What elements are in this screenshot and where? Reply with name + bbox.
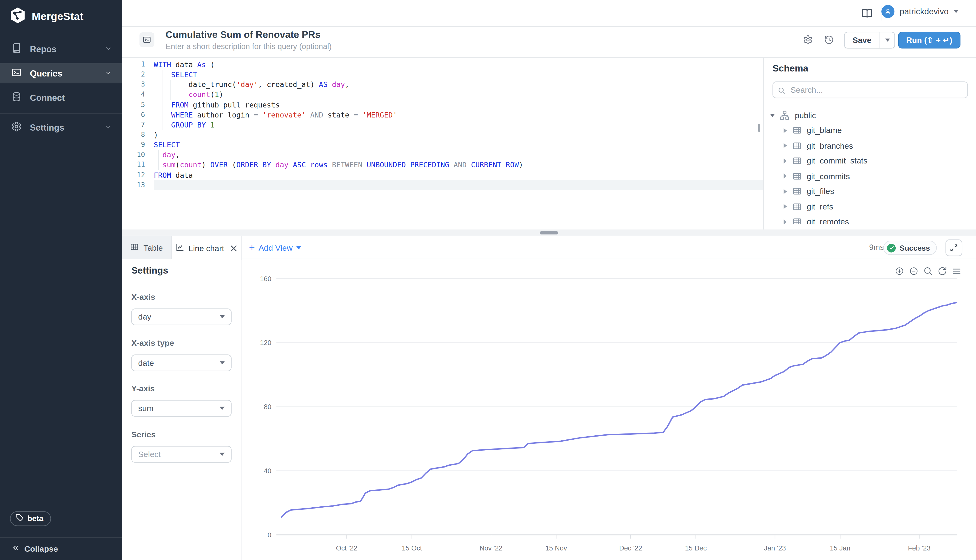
chevron-down-icon bbox=[104, 122, 112, 132]
table-icon bbox=[792, 156, 802, 166]
code-text: SELECT bbox=[154, 140, 763, 150]
query-description-input[interactable]: Enter a short description for this query… bbox=[165, 42, 331, 51]
schema-table-row[interactable]: git_commit_stats bbox=[764, 153, 976, 168]
select-value: day bbox=[138, 312, 151, 322]
x-axis-type-select[interactable]: date bbox=[131, 355, 232, 371]
x-axis-select[interactable]: day bbox=[131, 308, 232, 325]
x-tick-label: 15 Dec bbox=[685, 544, 707, 552]
zoom-select-icon[interactable] bbox=[923, 266, 933, 276]
brand[interactable]: MergeStat bbox=[9, 7, 84, 26]
sidebar-item-label: Repos bbox=[30, 44, 104, 54]
chevron-down-icon bbox=[954, 10, 959, 13]
schema-table-row[interactable]: git_files bbox=[764, 184, 976, 199]
sidebar-item-settings[interactable]: Settings bbox=[0, 117, 122, 138]
sidebar-item-label: Queries bbox=[30, 68, 104, 78]
x-axis-label: X-axis bbox=[131, 292, 155, 302]
zoom-in-icon[interactable] bbox=[894, 266, 904, 276]
query-title-input[interactable]: Cumulative Sum of Renovate PRs bbox=[165, 29, 321, 40]
brand-name: MergeStat bbox=[32, 10, 84, 23]
code-line[interactable]: 7 GROUP BY 1 bbox=[122, 120, 763, 130]
schema-node-label: public bbox=[795, 110, 816, 120]
schema-table-row[interactable]: git_remotes bbox=[764, 214, 976, 224]
code-line[interactable]: 11 sum(count) OVER (ORDER BY day ASC row… bbox=[122, 160, 763, 170]
x-axis-type-label: X-axis type bbox=[131, 338, 174, 348]
line-number: 3 bbox=[122, 80, 154, 90]
code-text bbox=[154, 180, 763, 190]
code-line[interactable]: 10 day, bbox=[122, 150, 763, 160]
select-value: Select bbox=[138, 450, 160, 459]
line-chart: 04080120160Oct '2215 OctNov '2215 NovDec… bbox=[242, 259, 976, 560]
sidebar-item-queries[interactable]: Queries bbox=[0, 63, 122, 83]
code-line[interactable]: 3 date_trunc('day', created_at) AS day, bbox=[122, 80, 763, 90]
series-line bbox=[281, 303, 956, 517]
restore-icon[interactable] bbox=[938, 266, 948, 276]
code-text: FROM data bbox=[154, 170, 763, 180]
editor-scrollbar[interactable] bbox=[758, 124, 760, 132]
run-button[interactable]: Run (⇧ + ↵) bbox=[898, 32, 960, 48]
zoom-out-icon[interactable] bbox=[909, 266, 919, 276]
series-label: Series bbox=[131, 430, 156, 439]
chevron-down-icon bbox=[296, 246, 301, 249]
menu-icon[interactable] bbox=[952, 266, 962, 276]
tag-icon bbox=[15, 514, 23, 524]
save-button[interactable]: Save bbox=[844, 32, 895, 48]
status-label: Success bbox=[900, 243, 930, 252]
settings-heading: Settings bbox=[131, 265, 168, 275]
sql-editor[interactable]: 1WITH data As (2 SELECT3 date_trunc('day… bbox=[122, 58, 763, 230]
series-select[interactable]: Select bbox=[131, 446, 232, 463]
tab-table[interactable]: Table bbox=[122, 237, 172, 260]
mergestat-app: MergeStat Repos Queries Connect Settings… bbox=[0, 0, 976, 560]
sidebar-item-label: Settings bbox=[30, 122, 104, 132]
line-number: 11 bbox=[122, 160, 154, 170]
close-tab-icon[interactable] bbox=[231, 245, 237, 252]
beta-badge: beta bbox=[10, 511, 51, 526]
table-icon bbox=[792, 141, 802, 150]
fullscreen-expand-button[interactable] bbox=[946, 240, 962, 256]
schema-heading: Schema bbox=[772, 63, 808, 73]
add-view-button[interactable]: + Add View bbox=[249, 237, 301, 260]
schema-node-public[interactable]: public bbox=[764, 107, 976, 123]
resize-drag-handle[interactable] bbox=[540, 232, 558, 235]
y-axis-select[interactable]: sum bbox=[131, 400, 232, 417]
avatar bbox=[882, 5, 895, 18]
schema-table-row[interactable]: git_blame bbox=[764, 123, 976, 138]
select-value: sum bbox=[138, 404, 153, 413]
code-line[interactable]: 8) bbox=[122, 130, 763, 140]
code-line[interactable]: 13 bbox=[122, 180, 763, 190]
sidebar-item-repos[interactable]: Repos bbox=[0, 39, 122, 59]
code-line[interactable]: 2 SELECT bbox=[122, 70, 763, 80]
terminal-icon bbox=[11, 67, 22, 79]
sidebar-item-connect[interactable]: Connect bbox=[0, 87, 122, 108]
collapse-button[interactable]: Collapse bbox=[0, 537, 122, 560]
code-line[interactable]: 4 count(1) bbox=[122, 90, 763, 100]
code-line[interactable]: 9SELECT bbox=[122, 140, 763, 150]
schema-table-row[interactable]: git_branches bbox=[764, 138, 976, 153]
save-label: Save bbox=[844, 32, 879, 48]
code-text: day, bbox=[154, 150, 763, 160]
code-text: WHERE author_login = 'renovate' AND stat… bbox=[154, 110, 763, 120]
code-line[interactable]: 6 WHERE author_login = 'renovate' AND st… bbox=[122, 110, 763, 120]
table-icon bbox=[792, 126, 802, 135]
code-line[interactable]: 12FROM data bbox=[122, 170, 763, 180]
sidebar-item-label: Connect bbox=[30, 93, 112, 103]
schema-table-row[interactable]: git_commits bbox=[764, 168, 976, 184]
schema-tree: public git_blamegit_branchesgit_commit_s… bbox=[764, 107, 976, 224]
code-line[interactable]: 1WITH data As ( bbox=[122, 60, 763, 70]
chevron-down-icon bbox=[220, 453, 225, 456]
history-icon[interactable] bbox=[824, 35, 834, 47]
schema-search-input[interactable] bbox=[772, 82, 968, 98]
beta-label: beta bbox=[27, 514, 43, 523]
x-tick-label: Feb '23 bbox=[908, 544, 931, 552]
schema-panel: Schema public git_blamegit_branchesgit_c… bbox=[763, 58, 976, 230]
sidebar-divider bbox=[0, 113, 122, 114]
schema-table-row[interactable]: git_refs bbox=[764, 199, 976, 214]
query-settings-gear-icon[interactable] bbox=[803, 35, 813, 47]
code-text: FROM github_pull_requests bbox=[154, 100, 763, 110]
docs-book-icon[interactable] bbox=[862, 7, 873, 21]
user-menu[interactable]: patrickdevivo bbox=[882, 5, 959, 18]
code-line[interactable]: 5 FROM github_pull_requests bbox=[122, 100, 763, 110]
indent-guide bbox=[158, 150, 159, 170]
tab-line-chart[interactable]: Line chart bbox=[172, 237, 241, 260]
save-dropdown-button[interactable] bbox=[880, 32, 895, 48]
chevron-right-icon bbox=[784, 220, 787, 224]
